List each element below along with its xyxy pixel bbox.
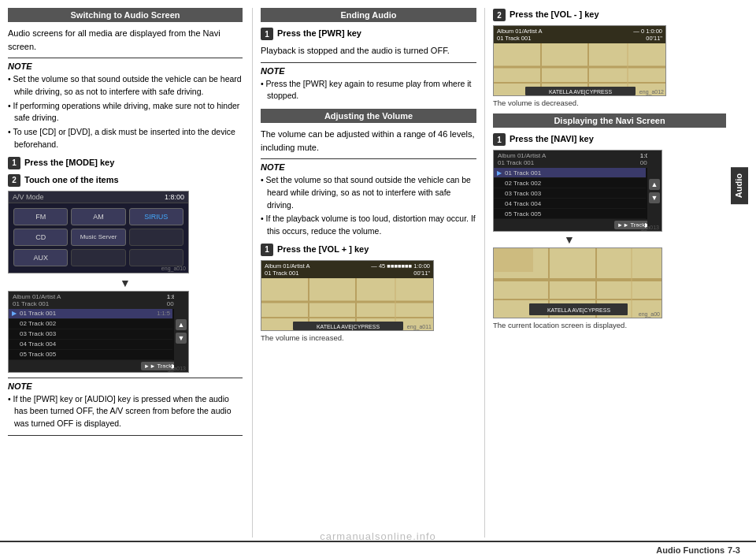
tl-album: Album 01/Artist A (13, 293, 61, 300)
av-btn-cd[interactable]: CD (13, 229, 68, 246)
tl-side-panel: ▲ ▼ (174, 292, 188, 372)
av-btn-aux[interactable]: AUX (13, 249, 68, 266)
watermark: carmanualsonline.info (320, 530, 435, 542)
navi-track-row-3[interactable]: 03 Track 003 (494, 188, 646, 199)
map-svg-vol-minus: KATELLA AVE|CYPRESS (494, 43, 666, 96)
switching-note-1: Set the volume so that sound outside the… (8, 73, 243, 99)
vol-plus-step: 1 Press the [VOL + ] key (261, 243, 476, 256)
track-row-4[interactable]: 04 Track 004 (9, 340, 172, 350)
navi-track-row-5[interactable]: 05 Track 005 (494, 209, 646, 219)
navi-album: Album 01/Artist A (498, 152, 546, 159)
map-track-vol-plus: 01 Track 001 (265, 270, 310, 277)
adjusting-note-1: Set the volume so that sound outside the… (261, 174, 476, 211)
navi-track-1-text: 01 Track 001 (505, 169, 541, 177)
tl-up-btn[interactable]: ▲ (176, 319, 187, 330)
eng-a012-label: eng_a012 (639, 89, 664, 95)
step-1-mode: 1 Press the [MODE] key (8, 156, 243, 169)
track-row-3[interactable]: 03 Track 003 (9, 329, 172, 340)
vol-minus-step-num: 2 (493, 9, 506, 21)
vol-plus-step-text: Press the [VOL + ] key (277, 243, 369, 256)
step-1-mode-text: Press the [MODE] key (24, 156, 114, 169)
navi-track-row-1[interactable]: ▶ 01 Track 001 (494, 168, 646, 178)
navi-tl-side: ▲ ▼ (647, 151, 662, 231)
track-icon-4 (11, 341, 17, 348)
vol-plus-map-screen: Album 01/Artist A 01 Track 001 — 45 ■■■■… (261, 260, 434, 331)
step-2-touch: 2 Touch one of the items (8, 173, 243, 187)
navi-map-screen: KATELLA AVE|CYPRESS eng_a00 (493, 247, 662, 318)
navi-track-icon-4 (496, 200, 502, 206)
track-row-1[interactable]: ▶ 01 Track 001 1:1:5 (9, 309, 172, 319)
navi-track-list: ▶ 01 Track 001 02 Track 002 03 Track 003… (494, 168, 662, 219)
footer: Audio Functions 7-3 (0, 541, 756, 558)
step-2-touch-text: Touch one of the items (24, 173, 119, 187)
footer-title: Audio Functions (656, 545, 724, 555)
eng-a011-label: eng_a011 (407, 324, 432, 329)
navi-tl-header: Album 01/Artist A 01 Track 001 1:0:00 00… (494, 151, 662, 168)
map-time-vol-minus: — 0 1:0:00 (633, 28, 662, 35)
vol-minus-map-screen: Album 01/Artist A 01 Track 001 — 0 1:0:0… (493, 25, 666, 96)
footer-page: 7-3 (728, 545, 740, 555)
eng-a013-label-right: eng_a013 (635, 225, 659, 230)
av-btn-music-server[interactable]: Music Server (71, 229, 125, 246)
av-btn-am[interactable]: AM (71, 208, 125, 225)
navi-track-icon-5 (496, 210, 502, 217)
av-btn-sirius[interactable]: SIRIUS (129, 208, 183, 225)
map-album-vol-plus: Album 01/Artist A (265, 262, 310, 270)
step-num-1: 1 (8, 157, 20, 169)
map-content-vol-plus: KATELLA AVE|CYPRESS (261, 278, 433, 330)
navi-track-5-text: 05 Track 005 (505, 210, 541, 218)
map-svg-vol-plus: KATELLA AVE|CYPRESS (261, 278, 434, 331)
vol-minus-caption: The volume is decreased. (493, 99, 726, 107)
svg-rect-22 (494, 248, 533, 272)
navi-track-row-2[interactable]: 02 Track 002 (494, 178, 646, 188)
adjusting-note-2: If the playback volume is too loud, dist… (261, 213, 476, 238)
track-row-2[interactable]: 02 Track 002 (9, 319, 172, 329)
svg-text:KATELLA AVE|CYPRESS: KATELLA AVE|CYPRESS (547, 307, 610, 314)
navi-map-content: KATELLA AVE|CYPRESS (494, 248, 662, 318)
av-header: A/V Mode 1:8:00 (9, 192, 188, 203)
map-content-vol-minus: KATELLA AVE|CYPRESS (494, 43, 665, 95)
eng-a013-label-left: eng_a013 (161, 366, 186, 371)
col-right: 2 Press the [VOL - ] key Album 01/Artist… (484, 8, 748, 538)
navi-tl-down-btn[interactable]: ▼ (649, 192, 660, 203)
track-row-5[interactable]: 05 Track 005 (9, 350, 172, 360)
eng-a00-label: eng_a00 (639, 311, 660, 317)
navi-track-3-text: 03 Track 003 (505, 190, 541, 197)
adjusting-note-label: NOTE (261, 162, 476, 172)
ending-note-section: NOTE Press the [PWR] key again to resume… (261, 62, 476, 103)
navi-track-2-text: 02 Track 002 (505, 180, 541, 187)
navi-track-row-4[interactable]: 04 Track 004 (494, 199, 646, 209)
displaying-navi-header: Displaying the Navi Screen (493, 113, 726, 128)
vol-minus-step: 2 Press the [VOL - ] key (493, 8, 726, 21)
ending-step-num-1: 1 (261, 28, 273, 40)
av-btn-fm[interactable]: FM (13, 208, 68, 225)
arrow-down-navi: ▼ (564, 234, 726, 245)
map-album-vol-minus: Album 01/Artist A (497, 28, 543, 35)
tl-down-btn[interactable]: ▼ (176, 333, 187, 344)
ending-step-1-text: Press the [PWR] key (277, 27, 361, 40)
map-header-vol-plus: Album 01/Artist A 01 Track 001 — 45 ■■■■… (261, 261, 433, 278)
vol-plus-screen-container: Album 01/Artist A 01 Track 001 — 45 ■■■■… (261, 260, 476, 331)
bottom-note-text: If the [PWR] key or [AUDIO] key is press… (8, 393, 243, 430)
track-list-screen: Album 01/Artist A 01 Track 001 1:8:00 00… (8, 291, 189, 373)
navi-track-icon-1: ▶ (496, 169, 502, 176)
switching-note-label: NOTE (8, 61, 243, 71)
track-icon-3 (11, 331, 17, 337)
track-4-text: 04 Track 004 (20, 340, 56, 348)
navi-track-icon-2 (496, 180, 502, 186)
col-middle: Ending Audio 1 Press the [PWR] key Playb… (252, 8, 484, 538)
navi-tl-up-btn[interactable]: ▲ (649, 179, 660, 190)
vol-plus-caption: The volume is increased. (261, 333, 476, 342)
tl-track-num: 01 Track 001 (13, 300, 61, 307)
bottom-note-section: NOTE If the [PWR] key or [AUDIO] key is … (8, 378, 243, 436)
ending-caption: Playback is stopped and the audio is tur… (261, 44, 476, 58)
navi-map-svg: KATELLA AVE|CYPRESS (494, 248, 662, 318)
navi-track-4-text: 04 Track 004 (505, 200, 541, 207)
bottom-note-label: NOTE (8, 381, 243, 391)
ending-note-1: Press the [PWR] key again to resume play… (261, 78, 476, 103)
track-5-text: 05 Track 005 (20, 351, 56, 358)
av-btn-empty3 (129, 249, 183, 266)
track-icon-1: ▶ (11, 311, 17, 317)
adjusting-note-section: NOTE Set the volume so that sound outsid… (261, 158, 476, 238)
ending-step-1: 1 Press the [PWR] key (261, 27, 476, 40)
